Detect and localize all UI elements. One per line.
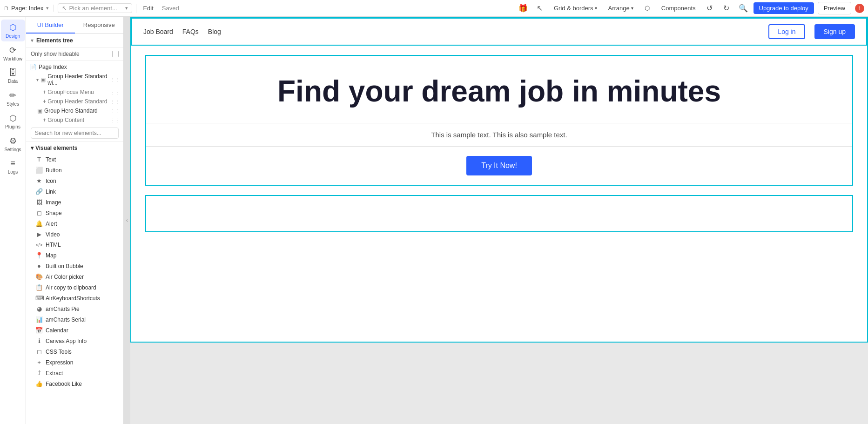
tree-item-label-group-content: + Group Content: [43, 117, 84, 123]
sidebar-item-logs[interactable]: ≡ Logs: [1, 156, 25, 177]
ve-item-amcharts-pie[interactable]: ◕ amCharts Pie: [26, 303, 123, 314]
search-icon[interactable]: 🔍: [737, 2, 750, 15]
try-it-now-button[interactable]: Try It Now!: [466, 156, 532, 175]
page-chevron-icon[interactable]: ▾: [46, 5, 49, 11]
sidebar-item-workflow[interactable]: ⟳ Workflow: [1, 42, 25, 64]
ve-item-air-keyboard[interactable]: ⌨ AirKeyboardShortcuts: [26, 293, 123, 303]
ve-item-button[interactable]: ⬜ Button: [26, 165, 123, 175]
tree-item-label-page-index: Page Index: [39, 64, 67, 70]
styles-icon: ✏: [9, 90, 16, 101]
components-label: Components: [661, 5, 696, 12]
app-frame: Job Board FAQs Blog Log in Sign up Find …: [130, 17, 868, 343]
tree-item-group-header-standard-2[interactable]: + Group Header Standard ⋮⋮: [26, 97, 123, 106]
link-icon: 🔗: [35, 188, 43, 195]
amcharts-serial-icon: 📊: [35, 316, 43, 323]
ve-item-amcharts-serial[interactable]: 📊 amCharts Serial: [26, 314, 123, 325]
drag-handle-icon: ⋮⋮: [110, 90, 120, 95]
arrange-button[interactable]: Arrange ▾: [605, 3, 637, 13]
ve-item-alert[interactable]: 🔔 Alert: [26, 218, 123, 229]
group-icon: ▣: [40, 76, 46, 83]
sidebar-item-styles[interactable]: ✏ Styles: [1, 87, 25, 109]
canvas-area[interactable]: Job Board FAQs Blog Log in Sign up Find …: [130, 17, 868, 424]
data-icon: 🗄: [9, 68, 17, 78]
notification-badge[interactable]: 1: [855, 4, 864, 13]
ve-item-calendar[interactable]: 📅 Calendar: [26, 325, 123, 336]
components-button[interactable]: Components: [658, 3, 700, 13]
only-hideable-checkbox[interactable]: [112, 51, 119, 57]
gift-icon[interactable]: 🎁: [517, 2, 530, 15]
visual-elements-list: T Text ⬜ Button ★ Icon 🔗 Link 🖼 Imag: [26, 154, 123, 389]
ve-label-expression: Expression: [46, 359, 73, 366]
ve-item-built-on-bubble[interactable]: ● Built on Bubble: [26, 261, 123, 271]
tree-item-group-hero-standard[interactable]: ▣ Group Hero Standard ⋮⋮: [26, 106, 123, 115]
undo-icon[interactable]: ↺: [703, 2, 716, 15]
ve-item-html[interactable]: </> HTML: [26, 240, 123, 250]
tree-area: 📄 Page Index ▾ ▣ Group Header Standard w…: [26, 61, 123, 424]
signup-button[interactable]: Sign up: [814, 24, 855, 39]
panel-collapse-handle[interactable]: ‹: [124, 17, 130, 424]
visual-elements-header[interactable]: ▾ Visual elements: [26, 142, 123, 154]
video-icon: ▶: [35, 231, 43, 238]
sidebar-item-settings[interactable]: ⚙ Settings: [1, 133, 25, 155]
ve-item-icon[interactable]: ★ Icon: [26, 175, 123, 186]
upgrade-button[interactable]: Upgrade to deploy: [754, 2, 814, 14]
ve-item-image[interactable]: 🖼 Image: [26, 197, 123, 208]
tab-ui-builder-label: UI Builder: [37, 21, 64, 28]
app-hero: Find your dream job in minutes This is s…: [145, 55, 853, 186]
calendar-icon: 📅: [35, 327, 43, 334]
ve-item-air-color-picker[interactable]: 🎨 Air Color picker: [26, 271, 123, 282]
chevron-down-icon[interactable]: ▾: [31, 37, 34, 44]
elements-search: [26, 125, 123, 142]
login-button[interactable]: Log in: [768, 24, 805, 39]
ve-item-extract[interactable]: ⤴ Extract: [26, 368, 123, 378]
nav-link-blog[interactable]: Blog: [208, 28, 221, 35]
sidebar-item-design[interactable]: ⬡ Design: [1, 20, 25, 41]
tree-item-page-index[interactable]: 📄 Page Index: [26, 62, 123, 72]
ve-item-expression[interactable]: + Expression: [26, 357, 123, 368]
cursor-tool-icon[interactable]: ↖: [533, 2, 546, 15]
ve-item-map[interactable]: 📍 Map: [26, 250, 123, 261]
ve-label-amcharts-pie: amCharts Pie: [46, 306, 80, 312]
html-icon: </>: [35, 242, 43, 248]
built-on-bubble-icon: ●: [35, 262, 43, 269]
tree-item-groupfocus-menu[interactable]: + GroupFocus Menu ⋮⋮: [26, 87, 123, 97]
ve-item-video[interactable]: ▶ Video: [26, 229, 123, 240]
tab-ui-builder[interactable]: UI Builder: [26, 17, 75, 34]
sidebar-item-plugins[interactable]: ⬡ Plugins: [1, 110, 25, 132]
preview-button[interactable]: Preview: [818, 2, 851, 14]
ve-item-facebook-like[interactable]: 👍 Facebook Like: [26, 378, 123, 389]
ve-label-link: Link: [46, 188, 56, 195]
drag-handle-icon: ⋮⋮: [110, 99, 120, 104]
ve-item-css-tools[interactable]: ◻ CSS Tools: [26, 346, 123, 357]
map-icon: 📍: [35, 252, 43, 259]
sidebar-label-workflow: Workflow: [3, 56, 22, 61]
grid-borders-button[interactable]: Grid & borders ▾: [550, 3, 601, 13]
ve-item-air-copy-clipboard[interactable]: 📋 Air copy to clipboard: [26, 282, 123, 293]
ve-item-text[interactable]: T Text: [26, 154, 123, 165]
chevron-right-icon: ▾: [36, 77, 39, 82]
logs-icon: ≡: [10, 159, 15, 168]
components-cube-icon: ⬡: [641, 2, 654, 15]
tree-item-label-group-hero: Group Hero Standard: [44, 108, 98, 114]
elements-tree-label: Elements tree: [36, 37, 119, 44]
ve-item-canvas-app-info[interactable]: ℹ Canvas App Info: [26, 336, 123, 346]
drag-handle-icon: ⋮⋮: [110, 108, 120, 114]
nav-link-faqs[interactable]: FAQs: [182, 28, 199, 35]
ve-label-extract: Extract: [46, 370, 63, 377]
tab-responsive[interactable]: Responsive: [75, 17, 124, 34]
tree-item-group-header-standard[interactable]: ▾ ▣ Group Header Standard wi... ⋮⋮: [26, 72, 123, 87]
nav-link-job-board[interactable]: Job Board: [143, 28, 173, 35]
ve-label-html: HTML: [46, 242, 61, 248]
ve-item-link[interactable]: 🔗 Link: [26, 186, 123, 197]
ve-item-shape[interactable]: ◻ Shape: [26, 208, 123, 218]
tree-item-group-content[interactable]: + Group Content ⋮⋮: [26, 115, 123, 125]
edit-button[interactable]: Edit: [140, 5, 156, 12]
pick-element-dropdown[interactable]: ↖ Pick an element... ▾: [58, 3, 132, 13]
search-input[interactable]: [31, 128, 119, 139]
pick-element-text: Pick an element...: [69, 5, 123, 12]
ve-label-video: Video: [46, 231, 60, 238]
sidebar-item-data[interactable]: 🗄 Data: [1, 65, 25, 87]
page-icon: 📄: [30, 64, 37, 70]
air-color-picker-icon: 🎨: [35, 273, 43, 280]
redo-icon[interactable]: ↻: [720, 2, 733, 15]
